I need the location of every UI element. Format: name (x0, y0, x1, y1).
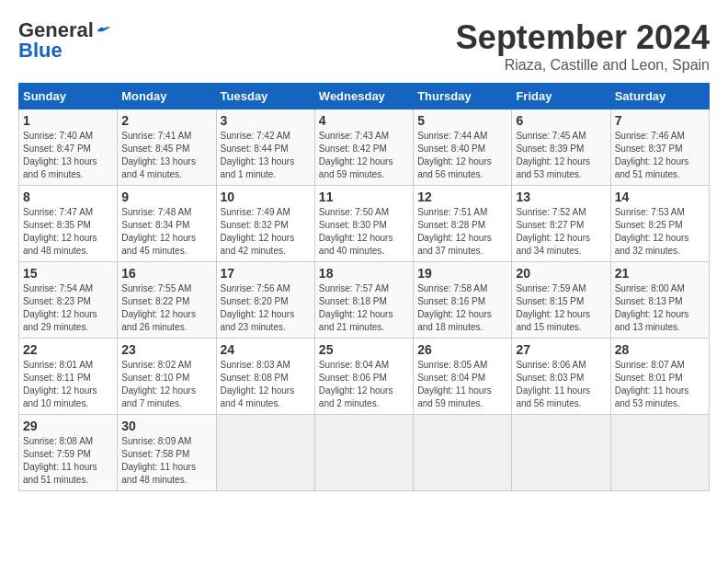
calendar-week-4: 22 Sunrise: 8:01 AMSunset: 8:11 PMDaylig… (19, 339, 710, 415)
col-wednesday: Wednesday (314, 84, 413, 109)
day-number: 9 (121, 190, 211, 204)
day-number: 23 (121, 342, 211, 357)
day-number: 3 (221, 113, 311, 128)
location-title: Riaza, Castille and Leon, Spain (456, 57, 710, 74)
calendar-cell: 12 Sunrise: 7:51 AMSunset: 8:28 PMDaylig… (414, 186, 512, 262)
day-info: Sunrise: 7:51 AMSunset: 8:28 PMDaylight:… (417, 207, 492, 256)
day-number: 21 (615, 266, 705, 281)
calendar-cell: 2 Sunrise: 7:41 AMSunset: 8:45 PMDayligh… (118, 109, 216, 186)
calendar-cell: 17 Sunrise: 7:56 AMSunset: 8:20 PMDaylig… (216, 262, 314, 339)
day-number: 29 (23, 419, 113, 433)
calendar-cell: 24 Sunrise: 8:03 AMSunset: 8:08 PMDaylig… (216, 339, 314, 415)
day-info: Sunrise: 7:48 AMSunset: 8:34 PMDaylight:… (121, 207, 196, 256)
day-info: Sunrise: 7:47 AMSunset: 8:35 PMDaylight:… (23, 207, 97, 256)
day-info: Sunrise: 8:02 AMSunset: 8:10 PMDaylight:… (121, 360, 196, 408)
day-number: 25 (319, 342, 409, 357)
day-number: 27 (516, 342, 606, 357)
calendar-week-2: 8 Sunrise: 7:47 AMSunset: 8:35 PMDayligh… (19, 186, 710, 262)
day-number: 20 (516, 266, 606, 281)
day-number: 24 (221, 342, 311, 357)
day-number: 18 (319, 266, 409, 281)
calendar-cell: 28 Sunrise: 8:07 AMSunset: 8:01 PMDaylig… (610, 339, 709, 415)
calendar-cell: 11 Sunrise: 7:50 AMSunset: 8:30 PMDaylig… (314, 186, 413, 262)
calendar-cell: 1 Sunrise: 7:40 AMSunset: 8:47 PMDayligh… (19, 109, 118, 186)
col-friday: Friday (512, 84, 610, 109)
day-info: Sunrise: 8:06 AMSunset: 8:03 PMDaylight:… (516, 360, 590, 408)
day-number: 17 (221, 266, 311, 281)
calendar-cell: 23 Sunrise: 8:02 AMSunset: 8:10 PMDaylig… (118, 339, 216, 415)
day-info: Sunrise: 8:00 AMSunset: 8:13 PMDaylight:… (615, 283, 689, 332)
calendar-cell: 22 Sunrise: 8:01 AMSunset: 8:11 PMDaylig… (19, 339, 118, 415)
day-info: Sunrise: 7:58 AMSunset: 8:16 PMDaylight:… (417, 283, 492, 332)
col-monday: Monday (118, 84, 216, 109)
calendar-cell (512, 415, 610, 491)
calendar-cell: 20 Sunrise: 7:59 AMSunset: 8:15 PMDaylig… (512, 262, 610, 339)
day-number: 13 (516, 190, 606, 204)
day-info: Sunrise: 8:08 AMSunset: 7:59 PMDaylight:… (23, 436, 97, 485)
day-info: Sunrise: 8:05 AMSunset: 8:04 PMDaylight:… (417, 360, 492, 408)
logo-blue: Blue (18, 39, 63, 63)
day-number: 19 (417, 266, 507, 281)
day-info: Sunrise: 8:04 AMSunset: 8:06 PMDaylight:… (319, 360, 393, 408)
calendar-week-3: 15 Sunrise: 7:54 AMSunset: 8:23 PMDaylig… (19, 262, 710, 339)
day-number: 30 (121, 419, 211, 433)
day-number: 15 (23, 266, 113, 281)
calendar-cell: 8 Sunrise: 7:47 AMSunset: 8:35 PMDayligh… (19, 186, 118, 262)
col-tuesday: Tuesday (216, 84, 314, 109)
day-info: Sunrise: 8:09 AMSunset: 7:58 PMDaylight:… (121, 436, 196, 485)
day-number: 2 (121, 113, 211, 128)
calendar-cell: 29 Sunrise: 8:08 AMSunset: 7:59 PMDaylig… (19, 415, 118, 491)
day-number: 22 (23, 342, 113, 357)
day-number: 11 (319, 190, 409, 204)
day-info: Sunrise: 7:57 AMSunset: 8:18 PMDaylight:… (319, 283, 393, 332)
day-number: 1 (23, 113, 113, 128)
day-number: 16 (121, 266, 211, 281)
calendar-cell: 5 Sunrise: 7:44 AMSunset: 8:40 PMDayligh… (414, 109, 512, 186)
calendar-cell (216, 415, 314, 491)
calendar-cell: 19 Sunrise: 7:58 AMSunset: 8:16 PMDaylig… (414, 262, 512, 339)
day-info: Sunrise: 7:52 AMSunset: 8:27 PMDaylight:… (516, 207, 590, 256)
calendar-cell: 7 Sunrise: 7:46 AMSunset: 8:37 PMDayligh… (610, 109, 709, 186)
calendar-cell: 14 Sunrise: 7:53 AMSunset: 8:25 PMDaylig… (610, 186, 709, 262)
calendar-cell: 21 Sunrise: 8:00 AMSunset: 8:13 PMDaylig… (610, 262, 709, 339)
day-info: Sunrise: 7:44 AMSunset: 8:40 PMDaylight:… (417, 131, 492, 179)
day-info: Sunrise: 8:01 AMSunset: 8:11 PMDaylight:… (23, 360, 97, 408)
calendar-cell: 18 Sunrise: 7:57 AMSunset: 8:18 PMDaylig… (314, 262, 413, 339)
day-info: Sunrise: 7:49 AMSunset: 8:32 PMDaylight:… (221, 207, 295, 256)
day-info: Sunrise: 7:43 AMSunset: 8:42 PMDaylight:… (319, 131, 393, 179)
day-info: Sunrise: 7:53 AMSunset: 8:25 PMDaylight:… (615, 207, 689, 256)
day-number: 5 (417, 113, 507, 128)
col-thursday: Thursday (414, 84, 512, 109)
calendar-cell (610, 415, 709, 491)
header: General Blue September 2024 Riaza, Casti… (18, 18, 710, 74)
calendar-cell (414, 415, 512, 491)
header-row: Sunday Monday Tuesday Wednesday Thursday… (19, 84, 710, 109)
calendar-cell: 15 Sunrise: 7:54 AMSunset: 8:23 PMDaylig… (19, 262, 118, 339)
col-sunday: Sunday (19, 84, 118, 109)
day-info: Sunrise: 7:41 AMSunset: 8:45 PMDaylight:… (121, 131, 196, 179)
logo: General Blue (18, 18, 112, 63)
calendar-cell: 9 Sunrise: 7:48 AMSunset: 8:34 PMDayligh… (118, 186, 216, 262)
calendar-week-1: 1 Sunrise: 7:40 AMSunset: 8:47 PMDayligh… (19, 109, 710, 186)
title-section: September 2024 Riaza, Castille and Leon,… (456, 18, 710, 74)
day-number: 7 (615, 113, 705, 128)
calendar-table: Sunday Monday Tuesday Wednesday Thursday… (18, 83, 710, 491)
day-info: Sunrise: 7:59 AMSunset: 8:15 PMDaylight:… (516, 283, 590, 332)
calendar-cell: 16 Sunrise: 7:55 AMSunset: 8:22 PMDaylig… (118, 262, 216, 339)
calendar-cell: 27 Sunrise: 8:06 AMSunset: 8:03 PMDaylig… (512, 339, 610, 415)
day-number: 14 (615, 190, 705, 204)
day-number: 10 (221, 190, 311, 204)
day-info: Sunrise: 7:46 AMSunset: 8:37 PMDaylight:… (615, 131, 689, 179)
calendar-cell: 26 Sunrise: 8:05 AMSunset: 8:04 PMDaylig… (414, 339, 512, 415)
month-title: September 2024 (456, 18, 710, 57)
day-info: Sunrise: 7:50 AMSunset: 8:30 PMDaylight:… (319, 207, 393, 256)
calendar-cell: 30 Sunrise: 8:09 AMSunset: 7:58 PMDaylig… (118, 415, 216, 491)
day-info: Sunrise: 7:45 AMSunset: 8:39 PMDaylight:… (516, 131, 590, 179)
day-info: Sunrise: 7:56 AMSunset: 8:20 PMDaylight:… (221, 283, 295, 332)
col-saturday: Saturday (610, 84, 709, 109)
calendar-cell: 6 Sunrise: 7:45 AMSunset: 8:39 PMDayligh… (512, 109, 610, 186)
day-info: Sunrise: 7:42 AMSunset: 8:44 PMDaylight:… (221, 131, 295, 179)
day-info: Sunrise: 7:40 AMSunset: 8:47 PMDaylight:… (23, 131, 97, 179)
calendar-cell: 3 Sunrise: 7:42 AMSunset: 8:44 PMDayligh… (216, 109, 314, 186)
day-number: 26 (417, 342, 507, 357)
